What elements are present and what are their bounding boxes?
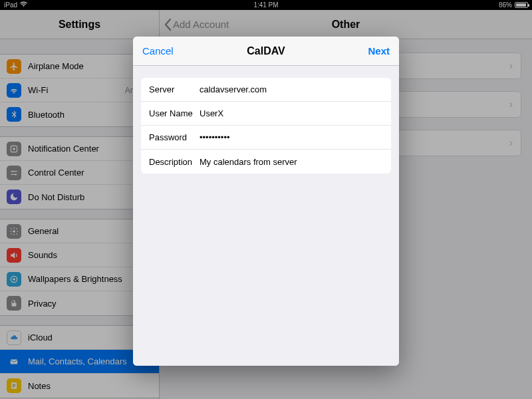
cancel-button[interactable]: Cancel — [142, 45, 174, 57]
form-label: Server — [149, 84, 200, 94]
modal-title: CalDAV — [247, 45, 285, 57]
modal-body: ServerUser NamePasswordDescription — [133, 66, 399, 366]
password-field[interactable] — [200, 132, 383, 142]
form-row-description: Description — [141, 150, 391, 174]
form-label: Password — [149, 132, 200, 142]
caldav-modal: Cancel CalDAV Next ServerUser NamePasswo… — [133, 37, 399, 366]
modal-header: Cancel CalDAV Next — [133, 37, 399, 66]
form-label: Description — [149, 157, 200, 167]
next-button[interactable]: Next — [368, 45, 390, 57]
form-row-user-name: User Name — [141, 102, 391, 126]
server-field[interactable] — [200, 84, 383, 94]
form-row-server: Server — [141, 78, 391, 102]
description-field[interactable] — [200, 157, 383, 167]
form-group: ServerUser NamePasswordDescription — [141, 78, 391, 174]
form-label: User Name — [149, 108, 200, 118]
user-name-field[interactable] — [200, 108, 383, 118]
form-row-password: Password — [141, 126, 391, 150]
